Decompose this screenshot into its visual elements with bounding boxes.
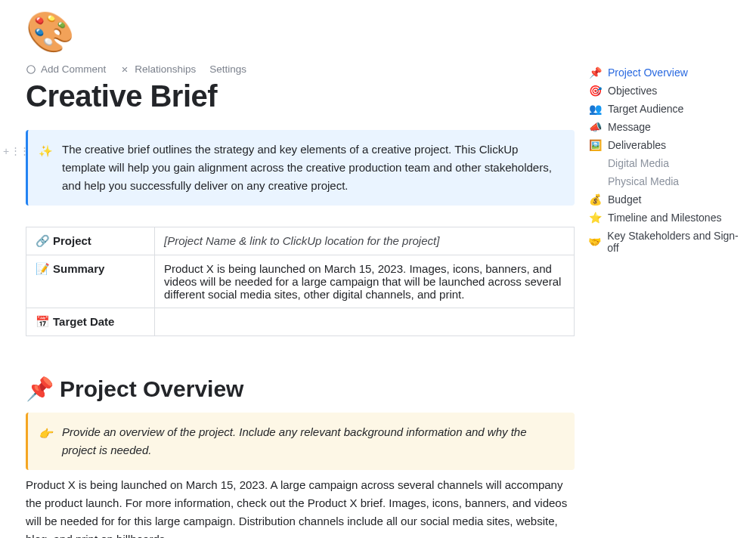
toc-item-label: Deliverables: [608, 139, 666, 151]
toc-item[interactable]: 🤝Key Stakeholders and Sign-off: [585, 227, 747, 257]
comment-icon: [26, 64, 36, 75]
toc-item-icon: 🤝: [588, 236, 601, 248]
intro-callout-text: The creative brief outlines the strategy…: [62, 141, 561, 195]
toc-item[interactable]: 📣Message: [585, 118, 747, 136]
toc-item-icon: 👥: [588, 103, 602, 115]
meta-table: 🔗Project[Project Name & link to ClickUp …: [26, 227, 575, 336]
toc-item[interactable]: 🖼️Deliverables: [585, 136, 747, 154]
meta-value-cell[interactable]: [155, 308, 575, 336]
page-emoji[interactable]: 🎨: [26, 12, 75, 51]
settings-label: Settings: [209, 63, 246, 75]
toc-item-label: Physical Media: [608, 175, 679, 187]
meta-label-cell: 📝Summary: [26, 255, 155, 308]
overview-hint-text: Provide an overview of the project. Incl…: [62, 423, 561, 459]
outline-sidebar: 📌Project Overview🎯Objectives👥Target Audi…: [581, 0, 756, 538]
toc-item-label: Timeline and Milestones: [608, 212, 721, 224]
meta-value-cell[interactable]: [Project Name & link to ClickUp location…: [155, 227, 575, 255]
relationships-icon: [119, 64, 130, 75]
toc-item-label: Digital Media: [608, 157, 669, 169]
toc-item-label: Objectives: [608, 85, 657, 97]
relationships-button[interactable]: Relationships: [119, 63, 196, 75]
toc-item[interactable]: 👥Target Audience: [585, 100, 747, 118]
toc-item-icon: 💰: [588, 193, 602, 206]
toc-item-icon: 📣: [588, 121, 602, 133]
overview-body: Product X is being launched on March 15,…: [26, 476, 575, 538]
toc-item[interactable]: 📌Project Overview: [585, 63, 747, 82]
table-row: 📅Target Date: [26, 308, 575, 336]
pushpin-icon: 📌: [26, 376, 54, 402]
toc-item-icon: 🎯: [588, 85, 602, 97]
toc-item-label: Budget: [608, 193, 641, 206]
sparkle-icon: ✨: [39, 142, 53, 195]
toc-item-label: Target Audience: [608, 103, 683, 115]
toc-item-label: Message: [608, 121, 651, 133]
section-heading-text: Project Overview: [60, 376, 243, 402]
page-toolbar: Add Comment Relationships Settings: [26, 63, 575, 75]
table-row: 📝SummaryProduct X is being launched on M…: [26, 255, 575, 308]
section-heading-overview: 📌 Project Overview: [26, 376, 575, 402]
settings-button[interactable]: Settings: [209, 63, 246, 75]
document-main: 🎨 Add Comment Relationships Settings Cre…: [0, 0, 581, 538]
add-block-icon[interactable]: +: [3, 145, 9, 157]
toc-item[interactable]: 🎯Objectives: [585, 82, 747, 100]
svg-point-0: [27, 65, 36, 73]
page-title: Creative Brief: [26, 79, 575, 113]
drag-handle-icon[interactable]: ⋮⋮: [11, 145, 29, 157]
block-drag-gutter[interactable]: + ⋮⋮: [3, 145, 29, 157]
toc-item-icon: 📌: [588, 66, 602, 79]
toc-item-icon: ⭐: [588, 212, 602, 224]
table-row: 🔗Project[Project Name & link to ClickUp …: [26, 227, 575, 255]
overview-hint-callout: 👉 Provide an overview of the project. In…: [26, 413, 575, 470]
meta-value-cell[interactable]: Product X is being launched on March 15,…: [155, 255, 575, 308]
add-comment-button[interactable]: Add Comment: [26, 63, 106, 75]
toc-item-label: Key Stakeholders and Sign-off: [607, 230, 744, 254]
cell-emoji-icon: 📅: [36, 315, 50, 328]
toc-item[interactable]: Physical Media: [585, 172, 747, 190]
toc-item-label: Project Overview: [608, 66, 688, 79]
add-comment-label: Add Comment: [41, 63, 106, 75]
meta-label-cell: 📅Target Date: [26, 308, 155, 336]
cell-emoji-icon: 🔗: [36, 234, 50, 247]
relationships-label: Relationships: [135, 63, 196, 75]
pointing-hand-icon: 👉: [39, 425, 53, 459]
intro-callout: ✨ The creative brief outlines the strate…: [26, 130, 575, 206]
toc-item-icon: 🖼️: [588, 139, 602, 151]
toc-item[interactable]: 💰Budget: [585, 190, 747, 209]
cell-emoji-icon: 📝: [36, 262, 50, 275]
toc-item[interactable]: Digital Media: [585, 154, 747, 172]
meta-label-cell: 🔗Project: [26, 227, 155, 255]
toc-item[interactable]: ⭐Timeline and Milestones: [585, 209, 747, 227]
